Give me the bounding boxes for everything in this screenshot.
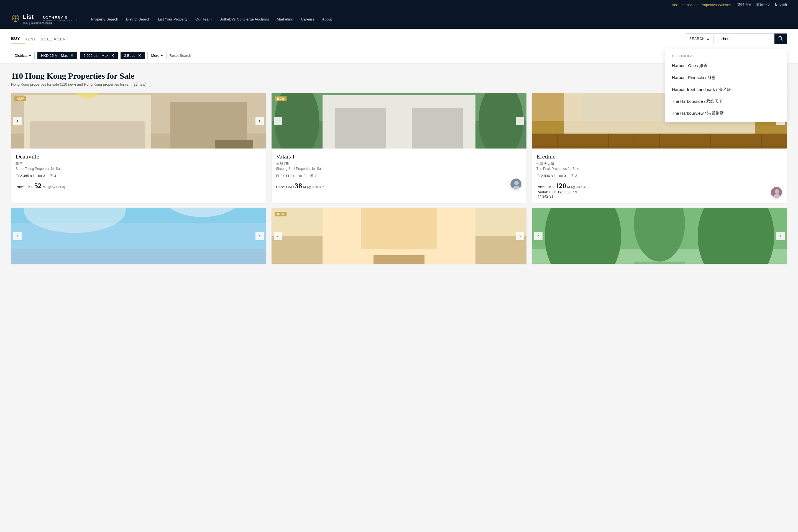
bottom-cards-grid: ‹ › NEW ‹ › [11,208,787,264]
tab-sole-agent[interactable]: SOLE AGENT [41,35,73,43]
card-next-btn-5[interactable]: › [516,232,524,240]
card-prev-btn-6[interactable]: ‹ [534,232,543,240]
beds-1: 🛏 3 [38,173,45,178]
prop-price-3: Price: HKD 120 M (@ $42,313) [536,182,782,190]
svg-line-7 [781,39,783,40]
card-prev-btn-1[interactable]: ‹ [13,117,22,125]
dropdown-section-title: Buildings [665,51,787,60]
property-card-2[interactable]: NEW ‹ › Valais I 天巒1期 Sheung Shui Proper… [271,93,527,203]
baths-2: 🚿 2 [309,173,317,178]
property-image-1: NEW ‹ › [11,93,266,149]
prop-name-1: Deauville [16,153,262,160]
nav-concierge-auctions[interactable]: Sotheby's Concierge Auctions [220,17,269,21]
svg-rect-15 [215,140,253,149]
prop-name-3: Eredine [536,153,782,160]
more-chevron: ▾ [161,54,163,58]
card-next-btn-4[interactable]: › [255,232,264,240]
districts-filter[interactable]: Districts ▾ [11,52,35,59]
search-input[interactable] [714,34,775,43]
svg-point-66 [698,208,774,264]
prop-name-2: Valais I [276,153,522,160]
property-card-4[interactable]: ‹ › [11,208,266,264]
logo-chinese: 利斯 | 蘇富比國際房地產 [23,22,78,25]
card-body-1: Deauville 星岸 Sham Tseng Properties for S… [11,149,266,194]
beds-3: 🛏 3 [559,173,566,178]
property-card-1[interactable]: NEW ‹ › Deauville 星岸 Sham Tseng Properti… [11,93,266,203]
logo-sothebys: SOTHEBY'S [42,16,78,19]
prop-specs-3: ⊡ 2,836 s.f. 🛏 3 🚿 3 [536,173,782,178]
nav-our-team[interactable]: Our Team [195,17,212,21]
nav-about[interactable]: About [322,17,332,21]
svg-rect-68 [634,262,685,264]
svg-rect-21 [412,108,463,149]
language-selector: 繁體中文 简体中文 English [737,2,787,7]
beds-close[interactable]: ✕ [138,54,141,58]
logo-icon [11,14,20,25]
property-image-6: ‹ › [532,208,787,264]
nav-list-property[interactable]: List Your Property [158,17,188,21]
lang-traditional[interactable]: 繁體中文 [737,2,752,7]
dropdown-item-1[interactable]: Harbour One / 維壹 [665,60,787,72]
beds-label: 3 Beds [124,54,135,58]
svg-rect-60 [361,208,437,249]
nav-marketing[interactable]: Marketing [277,17,293,21]
price-label: HKD 25 M - Max [41,54,68,58]
agent-avatar-3 [770,186,782,198]
logo-text: List | SOTHEBY'S INTERNATIONAL REALTY 利斯… [23,14,78,25]
beds-filter[interactable]: 3 Beds ✕ [120,52,145,59]
price-filter[interactable]: HKD 25 M - Max ✕ [37,52,77,59]
svg-point-28 [514,181,519,185]
card-prev-btn-5[interactable]: ‹ [274,232,282,240]
dropdown-item-2[interactable]: Harbour Pinnacle / 凱譽 [665,72,787,84]
size-close[interactable]: ✕ [111,54,114,58]
property-image-5: NEW ‹ › [271,208,527,264]
dropdown-item-5[interactable]: The Harbourview / 港景別墅 [665,108,787,119]
search-bar-area: BUY RENT SOLE AGENT SEARCH ⚙ Buildings H… [0,29,798,49]
card-body-3: Eredine 七重天大廈 The Peak Properties for Sa… [532,149,787,203]
card-next-btn-2[interactable]: › [516,117,524,125]
prop-chinese-3: 七重天大廈 [536,161,782,166]
search-label: SEARCH ⚙ [686,35,714,43]
baths-3: 🚿 3 [569,173,577,178]
prop-location-3: The Peak Properties for Sale [536,167,782,171]
card-prev-btn-4[interactable]: ‹ [13,232,22,240]
property-card-6[interactable]: ‹ › [532,208,787,264]
card-prev-btn-2[interactable]: ‹ [274,117,282,125]
card-body-2: Valais I 天巒1期 Sheung Shui Properties for… [271,149,527,194]
prop-rental-3: Rental: HKD 120,000 Incl (@ $42.31) [536,190,782,198]
svg-point-65 [545,208,621,264]
visit-intl-link[interactable]: Visit International Properties Website [672,3,731,7]
nav-careers[interactable]: Careers [301,17,314,21]
size-filter[interactable]: 2,000 s.f. - Max ✕ [80,52,118,59]
tab-buy[interactable]: BUY [11,34,25,43]
sqft-3: ⊡ 2,836 s.f. [536,173,555,178]
card-next-btn-1[interactable]: › [255,117,264,125]
price-close[interactable]: ✕ [70,54,73,58]
districts-chevron: ▾ [29,54,31,58]
nav-district-search[interactable]: District Search [126,17,150,21]
svg-rect-11 [30,121,145,149]
search-text: SEARCH [689,37,705,41]
buy-rent-tabs: BUY RENT SOLE AGENT [11,34,73,43]
prop-price-1: Price: HKD 52 M (@ $21,803) [16,182,262,190]
lang-english[interactable]: English [775,2,787,7]
nav-property-search[interactable]: Property Search [91,17,118,21]
nav-bar: List | SOTHEBY'S INTERNATIONAL REALTY 利斯… [0,10,798,29]
prop-price-2: Price: HKD 38 M (@ $18,896) [276,182,522,190]
tab-rent[interactable]: RENT [25,35,41,43]
dropdown-item-4[interactable]: The Harbourside / 君臨天下 [665,96,787,108]
logo[interactable]: List | SOTHEBY'S INTERNATIONAL REALTY 利斯… [11,14,78,25]
sqft-1: ⊡ 2,385 s.f. [16,173,35,178]
property-image-4: ‹ › [11,208,266,264]
dropdown-item-3[interactable]: Harbourfront Landmark / 海名軒 [665,84,787,96]
search-button[interactable] [775,34,787,44]
more-filter[interactable]: More ▾ [147,52,167,59]
lang-simplified[interactable]: 简体中文 [756,2,771,7]
reset-search-button[interactable]: Reset Search [169,54,191,58]
property-card-5[interactable]: NEW ‹ › [271,208,527,264]
card-next-btn-6[interactable]: › [776,232,785,240]
filter-icon: ⚙ [706,37,710,41]
new-badge-5: NEW [275,212,286,216]
sqft-2: ⊡ 2,011 s.f. [276,173,295,178]
prop-specs-1: ⊡ 2,385 s.f. 🛏 3 🚿 4 [16,173,262,178]
